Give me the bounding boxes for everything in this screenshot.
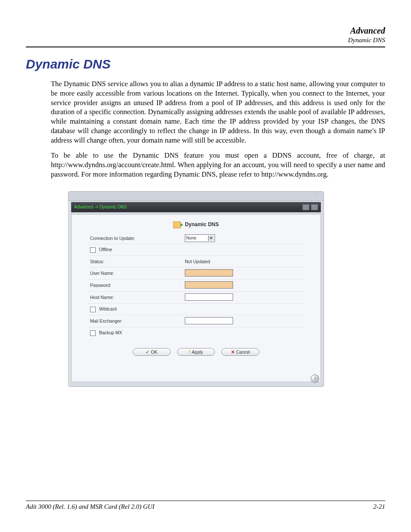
footer-rule: [26, 501, 385, 501]
panel-titlebar: ::::: [68, 192, 324, 201]
form-panel: Dynamic DNS Connection to Update: None: [71, 214, 321, 382]
connection-label: Connection to Update:: [90, 236, 185, 241]
check-icon: ✓: [146, 349, 149, 355]
ok-button[interactable]: ✓OK: [133, 348, 171, 356]
chevron-down-icon: [208, 236, 214, 241]
wildcard-label: Wildcard: [99, 306, 117, 311]
breadcrumb-bar: Advanced -> Dynamic DNS: [71, 202, 321, 212]
toolbar-icon-1[interactable]: [302, 204, 309, 210]
footer-page-number: 2-21: [374, 503, 386, 510]
panel-heading: Dynamic DNS: [72, 221, 321, 228]
status-value: Not Updated: [185, 259, 302, 264]
grip-dots-icon: ::::: [314, 193, 319, 196]
offline-label: Offline: [99, 247, 112, 252]
hostname-label: Host Name:: [90, 295, 185, 300]
apply-icon: !: [189, 349, 191, 355]
password-label: Password:: [90, 283, 185, 288]
dynamic-dns-icon: [173, 221, 181, 228]
help-button[interactable]: ?: [311, 374, 319, 383]
cancel-button-label: Cancel: [236, 349, 250, 355]
connection-select-value: None: [186, 236, 196, 240]
username-label: User Name:: [90, 271, 185, 276]
header-subsection: Dynamic DNS: [26, 37, 385, 44]
backup-mx-checkbox[interactable]: [90, 330, 96, 336]
hostname-input[interactable]: [185, 293, 233, 301]
body-paragraph-2: To be able to use the Dynamic DNS featur…: [26, 151, 385, 179]
connection-select[interactable]: None: [185, 234, 215, 242]
screenshot-panel: :::: Advanced -> Dynamic DNS Dynamic DNS…: [68, 191, 324, 387]
offline-checkbox[interactable]: [90, 247, 96, 253]
body-paragraph-1: The Dynamic DNS service allows you to al…: [26, 79, 385, 145]
cancel-button[interactable]: ✕Cancel: [221, 348, 259, 356]
breadcrumb-text: Advanced -> Dynamic DNS: [74, 205, 127, 209]
backup-mx-label: Backup MX: [99, 330, 122, 335]
username-input[interactable]: [185, 269, 233, 277]
toolbar-icon-2[interactable]: [311, 204, 318, 210]
header-rule: [26, 47, 385, 47]
apply-button[interactable]: !Apply: [177, 348, 215, 356]
page-footer: Adit 3000 (Rel. 1.6) and MSR Card (Rel 2…: [26, 501, 385, 510]
x-icon: ✕: [231, 349, 235, 355]
status-label: Status:: [90, 259, 185, 264]
page-title: Dynamic DNS: [26, 57, 385, 72]
wildcard-checkbox[interactable]: [90, 307, 96, 312]
header-section: Advanced: [26, 26, 385, 36]
panel-heading-text: Dynamic DNS: [185, 221, 219, 227]
apply-button-label: Apply: [192, 349, 203, 355]
footer-left: Adit 3000 (Rel. 1.6) and MSR Card (Rel 2…: [26, 503, 155, 510]
ok-button-label: OK: [151, 349, 157, 355]
mail-exchanger-input[interactable]: [185, 317, 233, 324]
password-input[interactable]: [185, 281, 233, 289]
mail-exchanger-label: Mail Exchanger:: [90, 318, 185, 324]
